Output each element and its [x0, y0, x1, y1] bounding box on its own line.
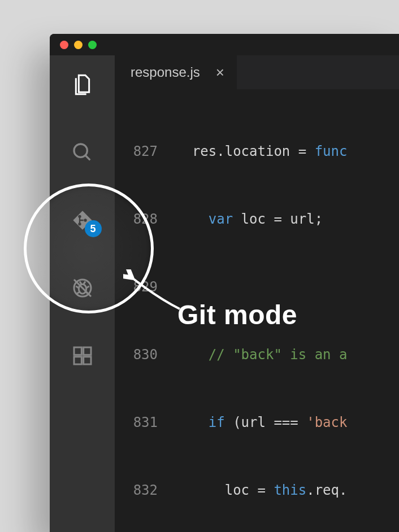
line-number: 831 — [115, 411, 176, 434]
debug-icon[interactable] — [69, 274, 96, 302]
code-editor[interactable]: 827 res.location = func 828 var loc = ur… — [115, 89, 399, 532]
close-window-button[interactable] — [60, 41, 68, 49]
titlebar — [50, 34, 399, 55]
explorer-icon[interactable] — [69, 71, 96, 98]
editor-window: 5 response.j — [50, 34, 399, 532]
svg-rect-7 — [83, 347, 90, 355]
svg-rect-9 — [83, 357, 90, 364]
source-control-icon[interactable]: 5 — [69, 207, 96, 234]
line-number: 829 — [115, 276, 176, 298]
tab-filename: response.js — [131, 64, 200, 80]
line-number: 827 — [115, 140, 176, 163]
svg-point-3 — [84, 219, 86, 221]
editor-tab[interactable]: response.js × — [115, 55, 237, 89]
line-number: 830 — [115, 343, 176, 366]
maximize-window-button[interactable] — [88, 41, 97, 49]
line-number: 828 — [115, 208, 176, 230]
extensions-icon[interactable] — [69, 342, 96, 369]
editor-area: response.js × 827 res.location = func 82… — [115, 55, 399, 532]
minimize-window-button[interactable] — [74, 41, 83, 49]
svg-rect-8 — [74, 357, 81, 364]
scm-badge: 5 — [85, 220, 102, 237]
svg-rect-6 — [74, 347, 81, 355]
line-number: 832 — [115, 479, 176, 502]
tab-bar: response.js × — [115, 55, 399, 89]
close-tab-icon[interactable]: × — [216, 64, 224, 81]
search-icon[interactable] — [69, 139, 96, 166]
svg-point-0 — [74, 144, 87, 157]
activity-bar: 5 — [50, 55, 115, 532]
